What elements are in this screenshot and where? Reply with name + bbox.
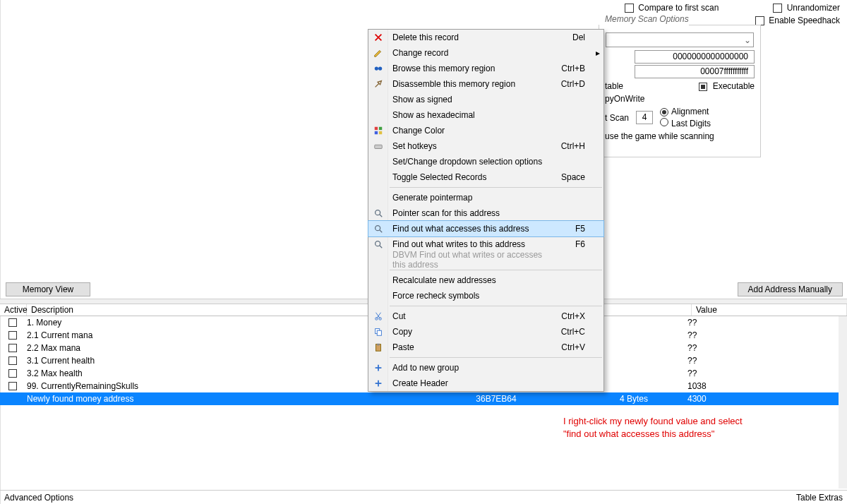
memory-scan-options-group: Memory Scan Options ⌄ 0000000000000000 0… [599, 20, 761, 157]
menu-item-accel: F6 [550, 239, 592, 249]
status-bar: Advanced Options Table Extras [0, 490, 847, 504]
speedhack-label: Enable Speedhack [769, 16, 840, 25]
memory-view-button[interactable]: Memory View [6, 282, 90, 296]
menu-item[interactable]: Set/Change dropdown selection options [368, 154, 603, 169]
menu-item[interactable]: Change record▸ [368, 45, 603, 61]
menu-item[interactable]: Disassemble this memory regionCtrl+D [368, 76, 603, 92]
checkbox-icon[interactable] [8, 344, 17, 352]
checkbox-icon [625, 4, 634, 13]
row-description: 2.1 Current mana [27, 330, 408, 340]
checkbox-icon[interactable] [8, 318, 17, 327]
checkbox-icon[interactable] [8, 382, 17, 390]
advanced-options-label[interactable]: Advanced Options [4, 493, 73, 503]
mag-icon [368, 208, 388, 218]
menu-item[interactable]: Generate pointermap [368, 190, 603, 205]
svg-rect-6 [375, 145, 383, 148]
menu-item[interactable]: Force recheck symbols [368, 288, 603, 304]
menu-separator [390, 187, 602, 188]
svg-line-8 [380, 215, 383, 217]
copy-icon [368, 327, 388, 337]
radio-icon [660, 108, 668, 116]
menu-item[interactable]: CutCtrl+X [368, 308, 603, 324]
menu-item[interactable]: Pointer scan for this address [368, 205, 603, 221]
table-extras-label[interactable]: Table Extras [796, 493, 843, 503]
menu-item-label: DBVM Find out what writes or accesses th… [388, 250, 550, 270]
pause-game-label: use the game while scanning [605, 131, 714, 141]
column-description[interactable]: Description [27, 304, 416, 316]
row-address: 36B7EB64 [408, 394, 584, 404]
menu-item[interactable]: Find out what accesses this addressF5 [368, 221, 603, 236]
unrandomizer-label: Unrandomizer [787, 3, 840, 13]
svg-rect-3 [379, 127, 382, 130]
lastdigits-option[interactable]: Last Digits [660, 118, 711, 128]
table-row[interactable]: Newly found money address36B7EB644 Bytes… [0, 392, 839, 405]
alignment-option[interactable]: Alignment [660, 107, 711, 116]
row-type: 4 Bytes [584, 394, 683, 404]
menu-item-label: Delete this record [388, 32, 550, 42]
compare-first-scan[interactable]: Compare to first scan [625, 3, 719, 13]
pencil-icon [368, 48, 388, 58]
binoc-icon [368, 64, 388, 73]
range-stop[interactable]: 00007fffffffffff [635, 65, 755, 78]
checkbox-icon[interactable] [8, 331, 17, 340]
checkbox-icon[interactable] [8, 356, 17, 365]
menu-item[interactable]: Show as signed [368, 92, 603, 107]
column-type[interactable] [593, 304, 692, 316]
menu-item[interactable]: PasteCtrl+V [368, 340, 603, 355]
menu-item-label: Change Color [388, 126, 550, 136]
scrollbar[interactable] [839, 316, 847, 488]
menu-item-accel: Ctrl+V [550, 342, 592, 352]
menu-item[interactable]: Browse this memory regionCtrl+B [368, 61, 603, 76]
menu-item[interactable]: Show as hexadecimal [368, 107, 603, 123]
left-border [0, 0, 1, 504]
row-description: 1. Money [27, 318, 408, 328]
fast-scan-value[interactable]: 4 [636, 111, 653, 124]
menu-item[interactable]: Set hotkeysCtrl+H [368, 138, 603, 154]
range-start[interactable]: 0000000000000000 [635, 50, 755, 64]
menu-item-accel: Ctrl+D [550, 79, 592, 89]
executable-label: Executable [713, 81, 755, 91]
menu-item[interactable]: CopyCtrl+C [368, 324, 603, 340]
svg-rect-4 [375, 131, 378, 134]
checkbox-icon[interactable] [8, 369, 17, 378]
menu-item[interactable]: Toggle Selected RecordsSpace [368, 169, 603, 185]
menu-separator [390, 306, 602, 306]
enable-speedhack[interactable]: Enable Speedhack [755, 16, 840, 25]
keys-icon [368, 141, 388, 151]
scan-region-dropdown[interactable]: ⌄ [606, 32, 754, 47]
menu-item[interactable]: Recalculate new addresses [368, 272, 603, 288]
menu-item-label: Set hotkeys [388, 141, 550, 151]
row-description: Newly found money address [27, 394, 408, 404]
menu-item[interactable]: Add to new group [368, 360, 603, 376]
menu-item[interactable]: Delete this recordDel [368, 30, 603, 45]
checkbox-icon[interactable] [8, 395, 17, 403]
cut-icon [368, 311, 388, 321]
menu-item-label: Cut [388, 311, 550, 321]
mag-icon [368, 224, 388, 234]
memory-scan-options-title: Memory Scan Options [602, 14, 692, 24]
menu-item[interactable]: Create Header [368, 376, 603, 391]
svg-rect-2 [375, 127, 378, 130]
menu-item[interactable]: Change Color [368, 123, 603, 138]
row-value: 1038 [683, 381, 839, 391]
paste-icon [368, 342, 388, 352]
menu-item-label: Paste [388, 342, 550, 352]
mag-icon [368, 239, 388, 249]
menu-item-label: Show as hexadecimal [388, 110, 550, 120]
menu-separator [390, 270, 602, 270]
executable-option[interactable]: Executable [699, 81, 755, 91]
row-value: ?? [683, 356, 839, 366]
menu-item: DBVM Find out what writes or accesses th… [368, 252, 603, 268]
column-value[interactable]: Value [692, 304, 847, 316]
column-active[interactable]: Active [0, 304, 27, 316]
menu-item-label: Find out what writes to this address [388, 239, 550, 249]
menu-item-accel: Del [550, 32, 592, 42]
unrandomizer[interactable]: Unrandomizer [773, 3, 840, 13]
menu-item-label: Change record [388, 48, 550, 58]
menu-item-label: Disassemble this memory region [388, 79, 550, 89]
menu-item-label: Find out what accesses this address [388, 224, 550, 234]
row-description: 3.2 Max health [27, 368, 408, 378]
svg-point-9 [376, 226, 380, 231]
chevron-down-icon: ⌄ [742, 35, 753, 45]
add-address-manually-button[interactable]: Add Address Manually [738, 282, 843, 296]
